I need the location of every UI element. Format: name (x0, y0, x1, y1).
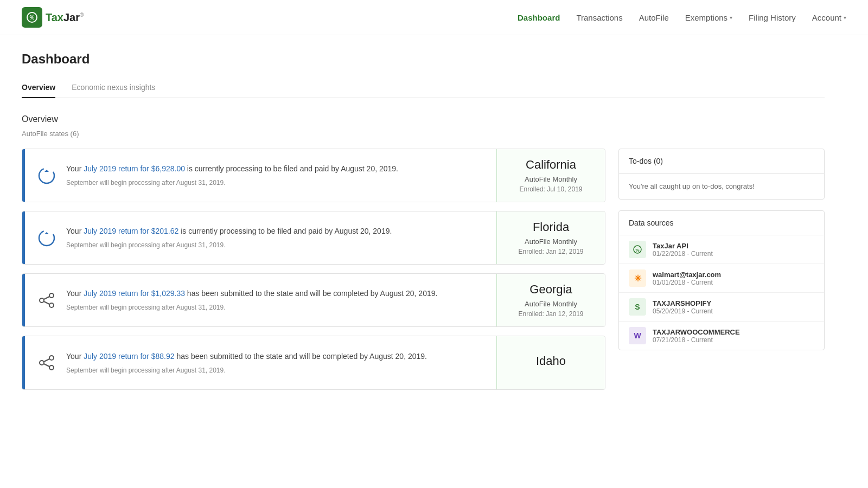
shopify-icon: S (629, 298, 646, 316)
tabs: Overview Economic nexus insights (22, 78, 825, 98)
card-text: Your July 2019 return for $6,928.00 is c… (66, 163, 486, 188)
card-prefix-2: Your (66, 289, 84, 298)
tab-overview[interactable]: Overview (22, 78, 55, 98)
state-plan-1: AutoFile Monthly (525, 237, 577, 246)
svg-point-6 (40, 298, 44, 303)
autofile-card-california: Your July 2019 return for $6,928.00 is c… (22, 149, 605, 202)
nav-exemptions[interactable]: Exemptions ▾ (685, 13, 732, 22)
main-content: Dashboard Overview Economic nexus insigh… (0, 35, 846, 415)
state-name-2: Georgia (529, 282, 572, 297)
nav-transactions[interactable]: Transactions (576, 13, 622, 22)
svg-point-4 (49, 293, 54, 298)
svg-line-12 (44, 359, 49, 362)
card-icon-refresh (36, 228, 58, 248)
card-icon-refresh (36, 166, 58, 185)
card-suffix-2: has been submitted to the state and will… (185, 289, 437, 298)
todos-body: You're all caught up on to-dos, congrats… (619, 174, 824, 199)
account-dropdown-icon: ▾ (844, 15, 846, 21)
card-suffix-3: has been submitted to the state and will… (175, 352, 427, 361)
card-suffix-0: is currently processing to be filed and … (185, 164, 398, 173)
state-enrolled-1: Enrolled: Jan 12, 2019 (518, 248, 583, 255)
card-link-3[interactable]: July 2019 return for $88.92 (84, 352, 174, 361)
svg-line-7 (44, 297, 49, 299)
data-sources-header: Data sources (619, 211, 824, 235)
logo[interactable]: % TaxJar® (22, 7, 84, 28)
nav-filing-history[interactable]: Filing History (749, 13, 796, 22)
card-body: Your July 2019 return for $1,029.33 has … (25, 274, 496, 326)
ds-date-0: 01/22/2018 - Current (653, 250, 713, 258)
svg-text:%: % (30, 15, 35, 21)
autofile-states-label: AutoFile states (6) (22, 130, 825, 138)
card-link-0[interactable]: July 2019 return for $6,928.00 (84, 164, 185, 173)
autofile-cards-column: Your July 2019 return for $6,928.00 is c… (22, 149, 605, 399)
card-body: Your July 2019 return for $201.62 is cur… (25, 211, 496, 264)
overview-section-title: Overview (22, 114, 825, 124)
state-enrolled-2: Enrolled: Jan 12, 2019 (518, 310, 583, 318)
taxjar-api-icon: % (629, 241, 646, 258)
svg-point-10 (49, 365, 54, 370)
card-subtext-2: September will begin processing after Au… (66, 303, 486, 312)
svg-point-9 (49, 356, 54, 360)
state-name-0: California (526, 158, 576, 172)
card-suffix-1: is currently processing to be filed and … (178, 227, 392, 235)
logo-icon: % (22, 7, 42, 28)
ds-name-1: walmart@taxjar.com (653, 271, 721, 279)
state-plan-2: AutoFile Monthly (525, 300, 577, 308)
walmart-icon: ✳ (629, 269, 646, 287)
todos-box: To-dos (0) You're all caught up on to-do… (618, 149, 825, 200)
card-link-1[interactable]: July 2019 return for $201.62 (84, 227, 178, 235)
state-name-1: Florida (533, 220, 569, 234)
ds-date-1: 01/01/2018 - Current (653, 279, 721, 286)
state-card-georgia: Georgia AutoFile Monthly Enrolled: Jan 1… (496, 274, 605, 326)
svg-point-11 (40, 361, 44, 365)
card-prefix-0: Your (66, 164, 84, 173)
data-source-shopify: S TAXJARSHOPIFY 05/20/2019 - Current (619, 293, 824, 322)
logo-text: TaxJar® (46, 11, 84, 24)
state-card-florida: Florida AutoFile Monthly Enrolled: Jan 1… (496, 211, 605, 264)
ds-name-3: TAXJARWOOCOMMERCE (653, 328, 740, 336)
ds-name-2: TAXJARSHOPIFY (653, 299, 713, 307)
nav-links: Dashboard Transactions AutoFile Exemptio… (518, 13, 846, 22)
card-prefix-3: Your (66, 352, 84, 361)
nav-dashboard[interactable]: Dashboard (518, 13, 560, 22)
state-card-california: California AutoFile Monthly Enrolled: Ju… (496, 149, 605, 202)
card-subtext-1: September will begin processing after Au… (66, 240, 486, 250)
card-body: Your July 2019 return for $88.92 has bee… (25, 336, 496, 389)
walmart-info: walmart@taxjar.com 01/01/2018 - Current (653, 271, 721, 286)
state-card-idaho: Idaho (496, 336, 605, 389)
card-prefix-1: Your (66, 227, 84, 235)
card-subtext-0: September will begin processing after Au… (66, 178, 486, 188)
svg-line-13 (44, 364, 49, 367)
card-text: Your July 2019 return for $201.62 is cur… (66, 226, 486, 250)
todos-header: To-dos (0) (619, 149, 824, 174)
autofile-card-idaho: Your July 2019 return for $88.92 has bee… (22, 336, 605, 390)
svg-line-8 (44, 301, 49, 304)
card-text: Your July 2019 return for $88.92 has bee… (66, 351, 486, 375)
shopify-info: TAXJARSHOPIFY 05/20/2019 - Current (653, 299, 713, 315)
ds-date-2: 05/20/2019 - Current (653, 307, 713, 315)
card-subtext-3: September will begin processing after Au… (66, 365, 486, 375)
exemptions-dropdown-icon: ▾ (730, 15, 732, 21)
tab-economic-nexus[interactable]: Economic nexus insights (72, 78, 155, 98)
page-title: Dashboard (22, 52, 825, 67)
svg-text:%: % (635, 248, 639, 253)
autofile-card-florida: Your July 2019 return for $201.62 is cur… (22, 211, 605, 265)
state-plan-0: AutoFile Monthly (525, 175, 577, 183)
autofile-card-georgia: Your July 2019 return for $1,029.33 has … (22, 273, 605, 327)
navbar: % TaxJar® Dashboard Transactions AutoFil… (0, 0, 868, 35)
woocommerce-info: TAXJARWOOCOMMERCE 07/21/2018 - Current (653, 328, 740, 344)
taxjar-api-info: TaxJar API 01/22/2018 - Current (653, 242, 713, 258)
card-body: Your July 2019 return for $6,928.00 is c… (25, 149, 496, 202)
state-enrolled-0: Enrolled: Jul 10, 2019 (519, 185, 582, 193)
ds-name-0: TaxJar API (653, 242, 713, 250)
ds-date-3: 07/21/2018 - Current (653, 336, 740, 344)
woo-icon: W (629, 327, 646, 344)
data-source-woocommerce: W TAXJARWOOCOMMERCE 07/21/2018 - Current (619, 322, 824, 350)
data-source-taxjar-api: % TaxJar API 01/22/2018 - Current (619, 235, 824, 264)
svg-point-5 (49, 303, 54, 307)
nav-account[interactable]: Account ▾ (812, 13, 846, 22)
card-link-2[interactable]: July 2019 return for $1,029.33 (84, 289, 185, 298)
nav-autofile[interactable]: AutoFile (639, 13, 669, 22)
state-name-3: Idaho (536, 354, 566, 368)
right-sidebar: To-dos (0) You're all caught up on to-do… (618, 149, 825, 399)
